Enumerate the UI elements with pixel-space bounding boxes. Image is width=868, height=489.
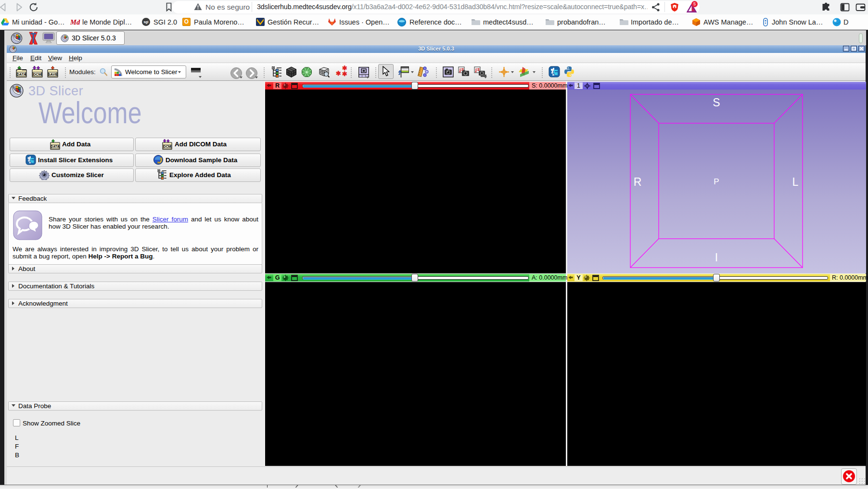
svg-text:I: I bbox=[715, 251, 718, 264]
svg-text:SAVE: SAVE bbox=[48, 72, 58, 77]
svg-text:DATA: DATA bbox=[51, 145, 60, 148]
svg-text:L: L bbox=[792, 176, 799, 188]
svg-text:DCM: DCM bbox=[33, 72, 41, 77]
svg-text:DATA: DATA bbox=[17, 72, 26, 77]
svg-text:P: P bbox=[714, 177, 719, 186]
svg-text:DCM: DCM bbox=[164, 145, 171, 148]
svg-text:R: R bbox=[634, 176, 642, 188]
svg-text:S: S bbox=[713, 96, 720, 109]
